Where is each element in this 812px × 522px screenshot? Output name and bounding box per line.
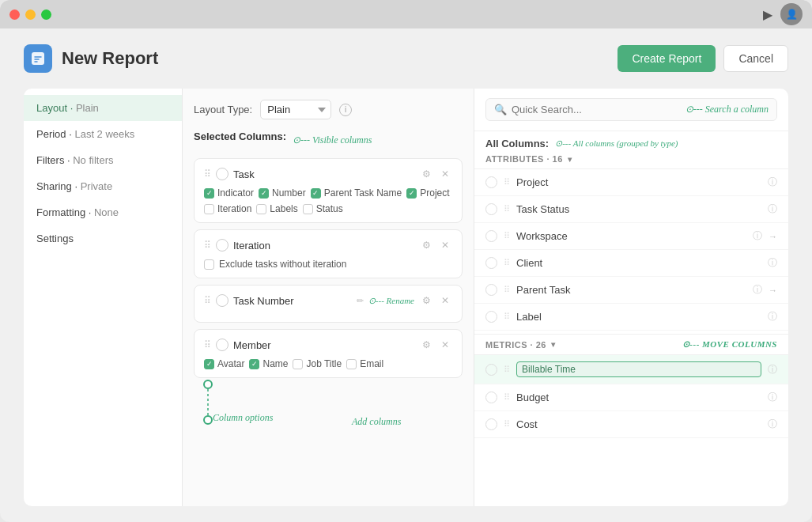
status-checkbox[interactable] (303, 204, 313, 214)
sub-labels[interactable]: Labels (256, 203, 297, 214)
layout-info-icon[interactable]: i (339, 104, 352, 116)
iteration-checkbox[interactable] (204, 204, 214, 214)
sidebar-item-sharing[interactable]: Sharing · Private (24, 173, 182, 199)
sub-iteration[interactable]: Iteration (204, 203, 251, 214)
attributes-chevron: ▾ (568, 155, 572, 164)
billable-time-info[interactable]: ⓘ (768, 363, 777, 376)
task-status-info[interactable]: ⓘ (768, 202, 777, 216)
sub-parent-task-name[interactable]: ✓ Parent Task Name (311, 187, 402, 199)
member-settings-btn[interactable]: ⚙ (419, 338, 433, 352)
cost-col-checkbox[interactable] (485, 418, 497, 430)
client-info[interactable]: ⓘ (768, 256, 777, 270)
email-checkbox[interactable] (346, 359, 357, 369)
iteration-col-name: Iteration (233, 240, 414, 252)
exclude-option[interactable]: Exclude tasks without iteration (204, 259, 452, 270)
budget-info[interactable]: ⓘ (768, 391, 777, 404)
task-number-checkbox[interactable] (216, 294, 228, 307)
iteration-drag-handle[interactable]: ⠿ (204, 240, 211, 251)
sidebar-item-settings[interactable]: Settings (24, 225, 182, 252)
play-icon[interactable]: ▶ (763, 7, 772, 22)
workspace-info[interactable]: ⓘ (753, 229, 762, 243)
sidebar-item-formatting[interactable]: Formatting · None (24, 199, 182, 225)
sidebar-filters-value: No filters (73, 154, 113, 166)
task-settings-btn[interactable]: ⚙ (419, 167, 433, 181)
sub-indicator[interactable]: ✓ Indicator (204, 187, 254, 199)
name-checkbox[interactable]: ✓ (249, 359, 259, 369)
member-card-checkbox[interactable] (216, 339, 228, 351)
billable-time-col-checkbox[interactable] (485, 364, 497, 376)
sub-number[interactable]: ✓ Number (259, 187, 306, 199)
exclude-label: Exclude tasks without iteration (219, 259, 346, 270)
parent-task-info[interactable]: ⓘ (753, 283, 762, 297)
parent-task-list-item[interactable]: ⠿ Parent Task ⓘ → (474, 277, 788, 304)
task-close-btn[interactable]: ✕ (438, 167, 452, 181)
project-info[interactable]: ⓘ (768, 176, 777, 189)
cancel-button[interactable]: Cancel (723, 45, 788, 72)
maximize-button[interactable] (41, 9, 51, 20)
member-drag-handle[interactable]: ⠿ (204, 339, 211, 350)
project-col-checkbox[interactable] (485, 176, 497, 188)
layout-type-select[interactable]: Plain Table Summary (260, 100, 331, 119)
workspace-list-item[interactable]: ⠿ Workspace ⓘ → (474, 223, 788, 250)
sidebar-item-period[interactable]: Period · Last 2 weeks (24, 121, 182, 147)
sub-status[interactable]: Status (303, 203, 343, 214)
client-col-checkbox[interactable] (485, 257, 497, 269)
minimize-button[interactable] (25, 9, 36, 20)
metrics-group-header[interactable]: METRICS · 26 ▾ ⊙--- Move columns (474, 334, 788, 355)
billable-time-drag: ⠿ (504, 365, 510, 375)
indicator-checkbox[interactable]: ✓ (204, 188, 214, 199)
task-status-col-checkbox[interactable] (485, 203, 497, 215)
budget-list-item[interactable]: ⠿ Budget ⓘ (474, 384, 788, 411)
sub-email[interactable]: Email (346, 358, 383, 369)
titlebar: ▶ 👤 (0, 0, 812, 28)
parent-task-col-checkbox[interactable] (485, 284, 497, 296)
task-checkbox[interactable] (216, 168, 228, 180)
task-number-drag-handle[interactable]: ⠿ (204, 295, 211, 306)
iteration-close-btn[interactable]: ✕ (438, 238, 452, 252)
workspace-col-checkbox[interactable] (485, 230, 497, 242)
title-area: New Report (24, 44, 158, 73)
exclude-checkbox[interactable] (204, 259, 214, 270)
billable-time-list-item[interactable]: ⠿ Billable Time ⓘ (474, 355, 788, 384)
annotation-all-columns: ⊙--- All columns (grouped by type) (555, 138, 678, 149)
cost-info[interactable]: ⓘ (768, 418, 777, 431)
cost-list-item[interactable]: ⠿ Cost ⓘ (474, 411, 788, 438)
svg-point-3 (204, 416, 212, 424)
close-button[interactable] (9, 9, 20, 20)
task-number-close-btn[interactable]: ✕ (438, 293, 452, 308)
client-list-item[interactable]: ⠿ Client ⓘ (474, 250, 788, 277)
parent-task-name-checkbox[interactable]: ✓ (311, 188, 321, 199)
number-checkbox[interactable]: ✓ (259, 188, 269, 199)
sub-project[interactable]: ✓ Project (406, 187, 449, 199)
billable-time-input[interactable]: Billable Time (516, 361, 761, 377)
label-col-checkbox[interactable] (485, 311, 497, 323)
iteration-settings-btn[interactable]: ⚙ (419, 238, 433, 252)
sub-name[interactable]: ✓ Name (249, 358, 288, 369)
task-status-list-item[interactable]: ⠿ Task Status ⓘ (474, 196, 788, 223)
job-title-checkbox[interactable] (293, 359, 303, 369)
avatar-checkbox[interactable]: ✓ (204, 359, 214, 369)
label-item-name: Label (516, 311, 761, 323)
task-number-settings-btn[interactable]: ⚙ (419, 293, 433, 308)
sub-avatar[interactable]: ✓ Avatar (204, 358, 244, 369)
search-input[interactable] (512, 104, 674, 115)
annotation-visible-columns: ⊙--- Visible columns (293, 134, 372, 146)
iteration-column-card: ⠿ Iteration ⚙ ✕ Exclude tasks without it… (194, 229, 463, 278)
labels-checkbox[interactable] (256, 204, 266, 214)
avatar[interactable]: 👤 (780, 3, 803, 25)
task-drag-handle[interactable]: ⠿ (204, 168, 211, 180)
project-list-item[interactable]: ⠿ Project ⓘ (474, 169, 788, 196)
sidebar-item-filters[interactable]: Filters · No filters (24, 147, 182, 173)
sub-job-title[interactable]: Job Title (293, 358, 342, 369)
annotation-move-columns: ⊙--- Move columns (682, 339, 777, 350)
label-info[interactable]: ⓘ (768, 310, 777, 323)
member-close-btn[interactable]: ✕ (438, 338, 452, 352)
sidebar-item-layout[interactable]: Layout · Plain (24, 95, 182, 121)
project-checkbox[interactable]: ✓ (406, 188, 417, 199)
iteration-card-checkbox[interactable] (216, 239, 228, 252)
budget-col-checkbox[interactable] (485, 392, 497, 403)
label-list-item[interactable]: ⠿ Label ⓘ (474, 304, 788, 331)
create-report-button[interactable]: Create Report (617, 45, 716, 72)
rename-icon[interactable]: ✏ (357, 296, 364, 306)
attributes-group-header[interactable]: ATTRIBUTES · 16 ▾ (474, 149, 788, 169)
